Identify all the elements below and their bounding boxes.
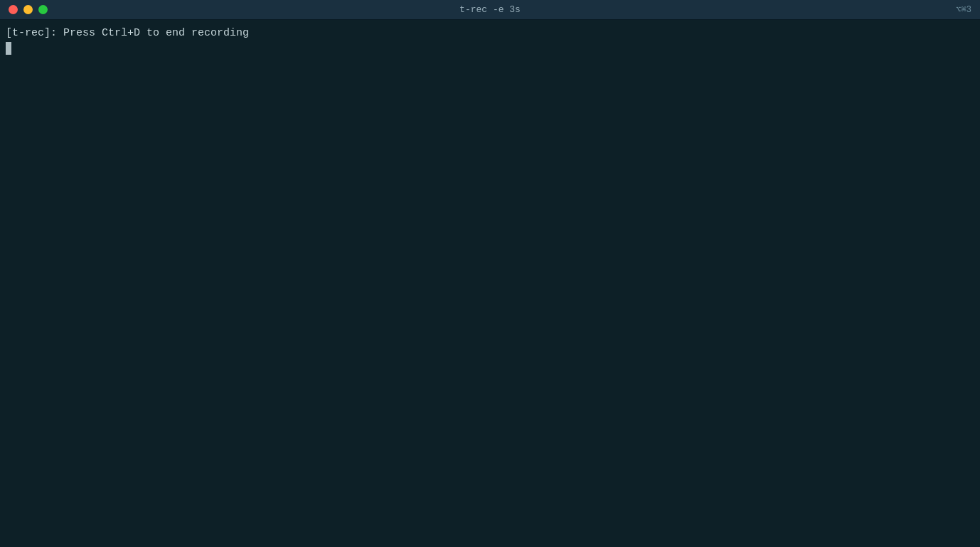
terminal-output-line: [t-rec]: Press Ctrl+D to end recording [6, 26, 974, 41]
window-title: t-rec -e 3s [459, 4, 521, 15]
terminal-cursor [6, 42, 11, 55]
window: t-rec -e 3s ⌥⌘3 [t-rec]: Press Ctrl+D to… [0, 0, 980, 547]
cursor-line [6, 42, 974, 55]
titlebar-buttons [9, 5, 48, 14]
minimize-button[interactable] [23, 5, 33, 14]
keyboard-shortcut: ⌥⌘3 [956, 4, 971, 15]
close-button[interactable] [9, 5, 18, 14]
maximize-button[interactable] [38, 5, 48, 14]
titlebar: t-rec -e 3s ⌥⌘3 [0, 0, 980, 20]
terminal-body[interactable]: [t-rec]: Press Ctrl+D to end recording [0, 20, 980, 547]
